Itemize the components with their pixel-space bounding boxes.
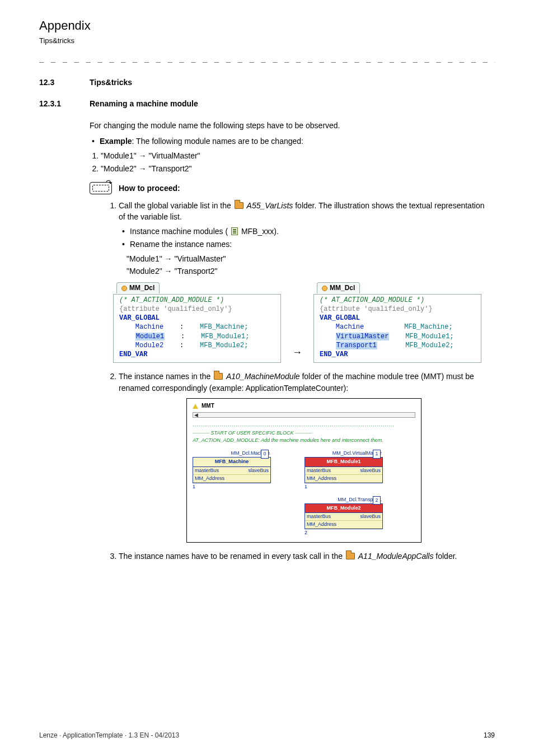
section-12-3: 12.3 Tips&tricks — [39, 77, 495, 88]
code-keyword: VAR_GLOBAL — [320, 314, 476, 323]
step-3: The instance names have to be renamed in… — [119, 550, 489, 562]
page-header: Appendix Tips&tricks — [39, 17, 495, 46]
code-keyword-end: END_VAR — [320, 350, 476, 359]
step-1: Call the global variable list in the A55… — [119, 200, 489, 363]
code-comment: (* AT_ACTION_ADD_MODULE *) — [320, 296, 476, 305]
sub-text-2: MFB_xxx). — [241, 227, 279, 236]
port-l: masterBus — [307, 513, 331, 520]
port-l: masterBus — [195, 467, 219, 474]
code-tab-label: MM_Dcl — [330, 283, 355, 293]
var-name: Machine — [135, 323, 163, 331]
step1-sublist: Instance machine modules ( MFB_xxx). Ren… — [119, 226, 489, 250]
port-addr: MM_Address — [195, 475, 224, 482]
step1-rename-1: "Module1" → "VirtualMaster" — [127, 253, 489, 264]
code-tab-right: MM_Dcl — [317, 282, 360, 293]
code-comment: (* AT_ACTION_ADD_MODULE *) — [119, 296, 276, 305]
appendix-title: Appendix — [39, 17, 495, 35]
rename-list: "Module1" → "VirtualMaster" "Module2" → … — [90, 150, 495, 174]
block-title-highlight: MFB_Module1 — [305, 458, 382, 466]
colon: : — [181, 333, 185, 340]
section-number: 12.3 — [39, 77, 90, 88]
block-num: 1 — [193, 484, 195, 489]
port-r: slaveBus — [360, 513, 381, 520]
block-num: 2 — [305, 530, 307, 535]
var-type: MFB_Machine; — [404, 323, 452, 331]
code-row: VirtualMaster MFB_Module1; — [320, 332, 476, 341]
tab-dot-icon — [322, 286, 327, 291]
mmt-diagram: MMT ····································… — [186, 398, 421, 543]
rename-from: "Module2" — [127, 267, 162, 276]
code-keyword: VAR_GLOBAL — [119, 314, 276, 323]
example-line: Example: The following module names are … — [100, 136, 495, 147]
diagram-head2: AT_ACTION_ADD_MODULE: Add the machine mo… — [193, 437, 415, 444]
folder-icon — [346, 553, 355, 559]
arrow-icon: → — [139, 151, 147, 160]
intro-text: For changing the module name the followi… — [90, 120, 495, 131]
step2-folder: A10_MachineModule — [226, 372, 300, 381]
block-idx: 0 — [261, 450, 269, 458]
step3-folder: A11_ModuleAppCalls — [358, 552, 434, 561]
port-l: masterBus — [307, 467, 331, 474]
code-body-left: (* AT_ACTION_ADD_MODULE *) {attribute 'q… — [114, 295, 280, 362]
how-to-proceed-row: How to proceed: — [90, 182, 495, 194]
folder-icon — [235, 202, 243, 209]
code-keyword-end: END_VAR — [119, 350, 276, 359]
step-2: The instance names in the A10_MachineMod… — [119, 371, 489, 543]
rename-to: "VirtualMaster" — [148, 151, 200, 160]
step1-sub-2: Rename the instance names: — [130, 239, 489, 250]
step3-text-b: folder. — [435, 552, 457, 561]
var-type: MFB_Module1; — [405, 333, 453, 340]
keyboard-icon — [90, 182, 112, 194]
var-type: MFB_Machine; — [200, 323, 248, 331]
section-title: Tips&tricks — [90, 77, 132, 88]
code-body-right: (* AT_ACTION_ADD_MODULE *) {attribute 'q… — [314, 295, 481, 362]
var-type: MFB_Module2; — [405, 342, 453, 349]
code-tab-label: MM_Dcl — [129, 283, 154, 293]
diagram-head1: ---------- START OF USER SPECIFIC BLOCK … — [193, 430, 415, 437]
sub-text: Instance machine modules ( — [130, 227, 228, 236]
blocks-right-col: MM_Dcl.VirtualMaster 1 MFB_Module1 maste… — [305, 450, 383, 536]
step1-folder: A55_VarLists — [247, 201, 293, 210]
rename-from: "Module1" — [127, 254, 162, 263]
rename-item-2: "Module2" → "Transport2" — [101, 163, 495, 174]
block-title: MFB_Machine — [193, 458, 270, 466]
warning-icon — [193, 404, 198, 409]
rename-from: "Module2" — [101, 164, 137, 173]
arrow-icon: → — [165, 267, 172, 276]
port-r: slaveBus — [360, 467, 381, 474]
example-bullet: Example: The following module names are … — [90, 136, 495, 147]
code-attr: {attribute 'qualified_only'} — [119, 305, 276, 314]
separator-dashes: _ _ _ _ _ _ _ _ _ _ _ _ _ _ _ _ _ _ _ _ … — [39, 52, 495, 63]
var-name-highlighted: VirtualMaster — [336, 333, 390, 340]
diagram-blocks: MM_Dcl.Machine 0 MFB_Machine masterBussl… — [193, 450, 415, 536]
var-name-highlighted: Module1 — [135, 333, 165, 340]
step3-text-a: The instance names have to be renamed in… — [119, 552, 345, 561]
code-box-right: MM_Dcl (* AT_ACTION_ADD_MODULE *) {attri… — [313, 283, 481, 363]
arrow-between-icon: → — [292, 345, 302, 363]
example-text: : The following module names are to be c… — [132, 137, 303, 146]
mmt-label: MMT — [202, 402, 214, 410]
rename-to: "Transport2" — [148, 164, 191, 173]
footer-left: Lenze · ApplicationTemplate · 1.3 EN - 0… — [39, 731, 179, 740]
code-row: Machine MFB_Machine; — [320, 323, 476, 332]
block-r1: MM_Dcl.VirtualMaster 1 MFB_Module1 maste… — [305, 450, 383, 490]
how-to-proceed-label: How to proceed: — [119, 183, 180, 194]
step1-sub-1: Instance machine modules ( MFB_xxx). — [130, 226, 489, 237]
scroll-indicator — [193, 412, 415, 418]
arrow-icon: → — [165, 254, 172, 263]
port-addr: MM_Address — [307, 521, 336, 528]
steps-list: Call the global variable list in the A55… — [106, 200, 489, 562]
code-comparison: MM_Dcl (* AT_ACTION_ADD_MODULE *) {attri… — [113, 283, 489, 363]
page-number: 139 — [484, 731, 495, 740]
var-type: MFB_Module2; — [200, 342, 248, 349]
var-name-highlighted: Transport1 — [336, 342, 377, 349]
page-footer: Lenze · ApplicationTemplate · 1.3 EN - 0… — [39, 731, 495, 740]
colon: : — [180, 342, 184, 349]
dot-row: ········································… — [193, 422, 415, 430]
block-top-label: MM_Dcl.VirtualMaster — [305, 450, 383, 457]
arrow-icon: → — [139, 164, 147, 173]
code-row: Machine : MFB_Machine; — [119, 323, 276, 332]
block-r2: MM_Dcl.Transport1 2 MFB_Module2 masterBu… — [305, 496, 383, 536]
diagram-topbar: MMT — [193, 402, 415, 410]
var-name: Module2 — [135, 342, 163, 349]
